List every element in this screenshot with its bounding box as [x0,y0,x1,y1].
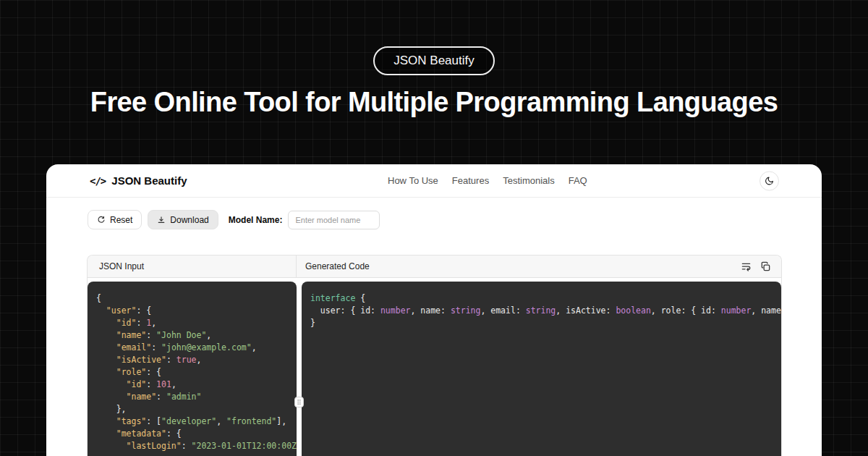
code-logo-icon: </> [90,175,106,187]
code-line: "id": 101, [96,379,288,391]
generated-code-viewer: interface { user: { id: number, name: st… [302,282,781,456]
moon-icon [765,176,774,185]
nav-link-how-to-use[interactable]: How To Use [388,175,438,186]
download-button[interactable]: Download [148,210,218,229]
brand-name: JSON Beautify [111,174,187,187]
model-name-input[interactable] [288,211,380,229]
nav-link-testimonials[interactable]: Testimonials [503,175,555,186]
generated-code-title: Generated Code [305,261,370,271]
brand[interactable]: </> JSON Beautify [90,164,187,197]
page-title: Free Online Tool for Multiple Programmin… [0,87,868,118]
editors-row: { "user": { "id": 1, "name": "John Doe",… [88,278,781,456]
pane-divider [297,278,302,456]
theme-toggle-button[interactable] [760,171,779,190]
code-line: "user": { [96,305,288,317]
code-line: "role": { [96,366,288,379]
code-line: "name": "admin" [96,391,288,403]
wrap-lines-icon [741,261,752,272]
copy-icon [760,261,771,272]
reset-label: Reset [110,215,132,225]
panes-header: JSON Input Generated Code [88,256,781,278]
reset-button[interactable]: Reset [88,210,142,229]
nav-link-faq[interactable]: FAQ [569,175,587,186]
pane-resize-handle[interactable] [294,397,304,408]
nav-link-features[interactable]: Features [452,175,489,186]
app-header: </> JSON Beautify How To Use Features Te… [46,164,822,198]
generated-code: interface { user: { id: number, name: st… [302,282,781,340]
wrap-lines-button[interactable] [741,261,752,272]
code-line: { [96,292,288,305]
code-line: interface { [310,292,773,305]
hero-section: JSON Beautify Free Online Tool for Multi… [0,0,868,118]
output-actions [741,261,771,272]
code-line: user: { id: number, name: string, email:… [310,305,773,317]
code-line: "id": 1, [96,317,288,329]
reset-icon [97,216,106,224]
generated-code-pane-header: Generated Code [297,256,781,277]
json-input-title: JSON Input [99,261,144,271]
code-line: "name": "John Doe", [96,329,288,342]
code-line: "email": "john@example.com", [96,342,288,354]
download-icon [157,216,166,224]
json-input-editor[interactable]: { "user": { "id": 1, "name": "John Doe",… [88,282,297,456]
app-window: </> JSON Beautify How To Use Features Te… [46,164,822,456]
hero-badge-label: JSON Beautify [393,54,475,68]
code-line: } [310,317,773,329]
main-nav: How To Use Features Testimonials FAQ [388,164,587,197]
hero-badge: JSON Beautify [373,46,495,75]
copy-code-button[interactable] [760,261,771,272]
code-line: "tags": ["developer", "frontend"], [96,415,288,428]
code-line: "isActive": true, [96,354,288,366]
code-line: }, [96,403,288,415]
download-label: Download [170,215,208,225]
code-line: "lastLogin": "2023-01-01T12:00:00Z [96,440,288,452]
toolbar: Reset Download Model Name: [88,210,380,229]
json-input-pane-header: JSON Input [88,256,297,277]
grip-dots-icon [297,399,302,405]
model-name-label: Model Name: [229,215,283,225]
editor-panes: JSON Input Generated Code [87,255,782,456]
code-line: "metadata": { [96,428,288,440]
json-input-code: { "user": { "id": 1, "name": "John Doe",… [88,282,297,456]
